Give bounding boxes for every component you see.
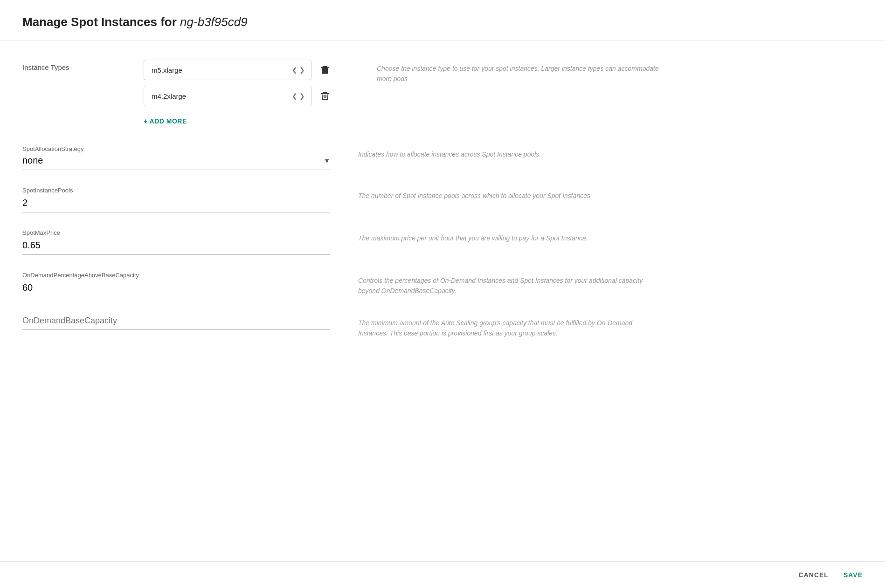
spot-allocation-select-row[interactable]: none ▼ <box>22 155 330 166</box>
on-demand-base-capacity-field-group <box>22 314 330 330</box>
on-demand-base-capacity-hint-col: The minimum amount of the Auto Scaling g… <box>330 314 863 339</box>
on-demand-base-capacity-control <box>22 314 330 330</box>
dropdown-arrow-icon: ▼ <box>324 157 330 164</box>
instance-types-hint: Choose the instance type to use for your… <box>377 63 666 84</box>
instance-select-wrapper-1: m5.xlarge m4.2xlarge m5.2xlarge t3.large… <box>144 60 311 80</box>
spot-allocation-label: SpotAllocationStrategy <box>22 145 330 152</box>
spot-allocation-control: SpotAllocationStrategy none ▼ <box>22 145 330 170</box>
on-demand-base-capacity-row: The minimum amount of the Auto Scaling g… <box>22 314 863 339</box>
spot-pools-label: SpotInstancePools <box>22 187 330 194</box>
trash-icon-2 <box>320 91 330 101</box>
modal-container: Manage Spot Instances for ng-b3f95cd9 In… <box>0 0 885 588</box>
spot-allocation-row: SpotAllocationStrategy none ▼ Indicates … <box>22 145 863 170</box>
instance-types-control-col: m5.xlarge m4.2xlarge m5.2xlarge t3.large… <box>144 60 349 129</box>
spot-max-price-label: SpotMaxPrice <box>22 229 330 236</box>
on-demand-base-capacity-hint: The minimum amount of the Auto Scaling g… <box>358 318 647 339</box>
instance-type-select-1[interactable]: m5.xlarge m4.2xlarge m5.2xlarge t3.large <box>144 60 311 80</box>
spot-pools-control: SpotInstancePools <box>22 187 330 212</box>
instance-type-row-1: m5.xlarge m4.2xlarge m5.2xlarge t3.large… <box>144 60 349 80</box>
on-demand-percentage-control: OnDemandPercentageAboveBaseCapacity <box>22 272 330 297</box>
spot-allocation-hint-col: Indicates how to allocate instances acro… <box>330 145 863 159</box>
instance-types-row: Instance Types m5.xlarge m4.2xlarge m5.2… <box>22 60 863 129</box>
delete-instance-1-button[interactable] <box>317 62 333 78</box>
spot-allocation-wrapper: SpotAllocationStrategy none ▼ <box>22 145 330 170</box>
spot-pools-hint: The number of Spot Instance pools across… <box>358 191 647 201</box>
on-demand-percentage-hint-col: Controls the percentages of On-Demand In… <box>330 272 863 296</box>
spot-max-price-input[interactable] <box>22 238 330 255</box>
instance-select-wrapper-2: m4.2xlarge m5.xlarge m5.2xlarge t3.large… <box>144 86 311 106</box>
spot-pools-hint-col: The number of Spot Instance pools across… <box>330 187 863 201</box>
on-demand-percentage-row: OnDemandPercentageAboveBaseCapacity Cont… <box>22 272 863 297</box>
spot-max-price-field-group: SpotMaxPrice <box>22 229 330 255</box>
add-more-button[interactable]: + ADD MORE <box>144 114 187 129</box>
instance-type-select-2[interactable]: m4.2xlarge m5.xlarge m5.2xlarge t3.large <box>144 86 311 106</box>
spot-max-price-hint: The maximum price per unit hour that you… <box>358 233 647 243</box>
spot-pools-field-group: SpotInstancePools <box>22 187 330 212</box>
spot-max-price-control: SpotMaxPrice <box>22 229 330 255</box>
spot-pools-input[interactable] <box>22 196 330 212</box>
cancel-button[interactable]: CANCEL <box>799 571 829 579</box>
instance-types-hint-col: Choose the instance type to use for your… <box>349 60 863 84</box>
save-button[interactable]: SAVE <box>844 571 863 579</box>
modal-title: Manage Spot Instances for ng-b3f95cd9 <box>22 15 863 29</box>
instance-types-label-col: Instance Types <box>22 60 144 72</box>
spot-allocation-hint: Indicates how to allocate instances acro… <box>358 149 647 159</box>
spot-allocation-value: none <box>22 155 43 166</box>
on-demand-percentage-input[interactable] <box>22 280 330 297</box>
on-demand-percentage-label: OnDemandPercentageAboveBaseCapacity <box>22 272 330 279</box>
spot-max-price-hint-col: The maximum price per unit hour that you… <box>330 229 863 243</box>
spot-max-price-row: SpotMaxPrice The maximum price per unit … <box>22 229 863 255</box>
modal-footer: CANCEL SAVE <box>0 561 885 588</box>
modal-body: Instance Types m5.xlarge m4.2xlarge m5.2… <box>0 41 885 561</box>
spot-instance-pools-row: SpotInstancePools The number of Spot Ins… <box>22 187 863 212</box>
on-demand-percentage-field-group: OnDemandPercentageAboveBaseCapacity <box>22 272 330 297</box>
delete-instance-2-button[interactable] <box>317 88 333 104</box>
on-demand-percentage-hint: Controls the percentages of On-Demand In… <box>358 275 647 296</box>
instance-type-row-2: m4.2xlarge m5.xlarge m5.2xlarge t3.large… <box>144 86 349 106</box>
instance-types-label: Instance Types <box>22 63 69 71</box>
on-demand-base-capacity-input[interactable] <box>22 314 330 330</box>
modal-header: Manage Spot Instances for ng-b3f95cd9 <box>0 0 885 41</box>
trash-icon-1 <box>320 65 330 75</box>
